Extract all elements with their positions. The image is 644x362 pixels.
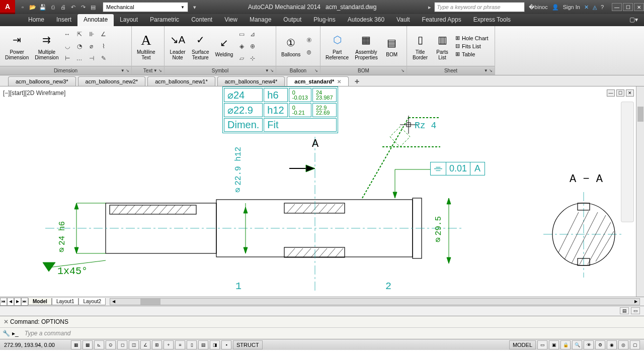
surface-texture-button[interactable]: ✓Surface Texture	[189, 31, 212, 61]
hscroll-right-icon[interactable]: ▶	[632, 299, 639, 305]
break-dim-icon[interactable]: ⊣	[86, 53, 97, 64]
tray-layer-icon[interactable]: ▤	[620, 307, 629, 314]
panel-title-text[interactable]: Text ▼ ↘	[132, 66, 164, 75]
ducs-icon[interactable]: ⊞	[152, 340, 162, 349]
tab-annotate[interactable]: Annotate	[77, 14, 114, 26]
doctab-0[interactable]: acm_balloons_new3*	[8, 76, 76, 86]
radius-dim-icon[interactable]: ◔	[74, 41, 85, 52]
power-dimension-button[interactable]: ⇥Power Dimension	[2, 31, 32, 61]
signin-label[interactable]: Sign In	[563, 4, 580, 10]
tab-view[interactable]: View	[218, 14, 244, 26]
nav-bar[interactable]	[621, 102, 634, 222]
search-dropdown-icon[interactable]: ▸	[425, 3, 434, 12]
workspace-combo[interactable]: Mechanical	[103, 2, 188, 12]
layout-layout1[interactable]: Layout1	[52, 298, 79, 305]
undo-icon[interactable]: ↶	[68, 3, 77, 12]
qview-layouts-icon[interactable]: ▭	[537, 340, 547, 349]
panel-title-symbol[interactable]: Symbol ▼ ↘	[165, 66, 276, 75]
save-icon[interactable]: 💾	[38, 3, 47, 12]
grid-icon[interactable]: ▩	[83, 340, 93, 349]
redo-icon[interactable]: ↷	[78, 3, 88, 12]
welding-button[interactable]: ↙Welding	[212, 34, 236, 58]
diameter-dim-icon[interactable]: ⌀	[86, 41, 97, 52]
isolate-icon[interactable]: ◎	[618, 340, 628, 349]
part-reference-button[interactable]: ⬡Part Reference	[323, 31, 352, 61]
doctab-3[interactable]: acm_balloons_new4*	[217, 76, 285, 86]
qp-icon[interactable]: ▤	[198, 340, 208, 349]
drawing-canvas[interactable]: [−][start][2D Wireframe] — ☐ ✕ ⌀24h60 -0…	[0, 86, 644, 297]
layer-icon[interactable]: ▤	[89, 3, 98, 12]
panel-title-sheet[interactable]: Sheet ▼ ↘	[407, 66, 495, 75]
panel-title-dimension[interactable]: Dimension ▼ ↘	[0, 66, 131, 75]
exchange-icon[interactable]: ✕	[584, 4, 589, 11]
tab-vault[interactable]: Vault	[390, 14, 416, 26]
minimize-icon[interactable]: —	[612, 3, 622, 11]
leader-note-button[interactable]: ↘ALeader Note	[167, 31, 189, 61]
title-border-button[interactable]: ▯Title Border	[409, 31, 431, 61]
new-icon[interactable]: ▫	[18, 3, 27, 12]
cmd-options-icon[interactable]: 🔧	[2, 330, 10, 337]
tpy-icon[interactable]: ▯	[187, 340, 197, 349]
otrack-icon[interactable]: ∠	[140, 340, 150, 349]
help-icon[interactable]: ?	[601, 4, 604, 10]
panel-title-balloon[interactable]: Balloon ↘	[276, 66, 320, 75]
tab-layout[interactable]: Layout	[114, 14, 144, 26]
centerline-icon[interactable]: ⊹	[247, 53, 258, 64]
doctab-close-icon[interactable]: ✕	[337, 79, 341, 84]
coordinates[interactable]: 272.99, 193.94, 0.00	[4, 342, 69, 348]
balloon-reorg-icon[interactable]: ⊚	[303, 47, 314, 58]
signin-icon[interactable]: 👤	[552, 4, 559, 11]
search-input[interactable]: Type a keyword or phrase	[434, 2, 525, 12]
qat-dropdown-icon[interactable]: ▾	[190, 3, 199, 12]
fcf-icon[interactable]: ▭	[236, 29, 247, 40]
am-icon[interactable]: ▪	[221, 340, 231, 349]
aligned-dim-icon[interactable]: ⇱	[74, 29, 85, 40]
tab-content[interactable]: Content	[185, 14, 218, 26]
hw-accel-icon[interactable]: ◉	[607, 340, 617, 349]
sc-icon[interactable]: ◨	[210, 340, 220, 349]
edge-icon[interactable]: ⊿	[247, 29, 258, 40]
taper-icon[interactable]: ▱	[236, 53, 247, 64]
plot-icon[interactable]: 🖨	[58, 3, 67, 12]
mtext-button[interactable]: AMultiline Text	[134, 31, 158, 61]
balloon-style-icon[interactable]: ⑧	[303, 35, 314, 46]
osnap-icon[interactable]: ◻	[117, 340, 127, 349]
annoauto-icon[interactable]: 👁	[584, 340, 594, 349]
continue-dim-icon[interactable]: …	[74, 53, 85, 64]
3dosnap-icon[interactable]: ◫	[129, 340, 139, 349]
qview-dwg-icon[interactable]: ▣	[549, 340, 559, 349]
assembly-props-button[interactable]: ▦Assembly Properties	[352, 31, 381, 61]
app-menu-icon[interactable]: A	[0, 0, 15, 14]
tab-home[interactable]: Home	[22, 14, 50, 26]
layout-model[interactable]: Model	[28, 298, 52, 305]
vertical-scrollbar[interactable]	[636, 86, 644, 297]
tab-a360[interactable]: Autodesk 360	[342, 14, 390, 26]
ribbon-minimize-icon[interactable]: ▢▾	[623, 14, 644, 26]
arc-dim-icon[interactable]: ◡	[62, 41, 73, 52]
annovis-icon[interactable]: 🔍	[572, 340, 582, 349]
layout-prev-icon[interactable]: ◀	[7, 298, 14, 306]
struct-toggle[interactable]: STRUCT	[233, 340, 263, 349]
table-button[interactable]: ⊞Table	[453, 50, 491, 58]
ordinate-dim-icon[interactable]: ⊢	[62, 53, 73, 64]
tray-annoscale-icon[interactable]: ▭	[631, 307, 640, 314]
target-icon[interactable]: ⊕	[247, 41, 258, 52]
open-icon[interactable]: 📂	[28, 3, 37, 12]
maximize-icon[interactable]: ☐	[623, 3, 633, 11]
close-icon[interactable]: ✕	[634, 3, 644, 11]
tab-output[interactable]: Output	[277, 14, 307, 26]
panel-title-bom[interactable]: BOM ↘	[320, 66, 407, 75]
baseline-dim-icon[interactable]: ⊪	[86, 29, 97, 40]
space-toggle[interactable]: MODEL	[509, 340, 536, 349]
dyn-icon[interactable]: +	[164, 340, 174, 349]
new-doctab-icon[interactable]: ✚	[351, 77, 363, 86]
doctab-1[interactable]: acm_balloons_new2*	[78, 76, 146, 86]
layout-next-icon[interactable]: ▶	[14, 298, 21, 306]
snap-icon[interactable]: ▦	[71, 340, 81, 349]
a360-icon[interactable]: ◬	[593, 4, 597, 11]
ortho-icon[interactable]: ⊾	[94, 340, 104, 349]
layout-first-icon[interactable]: ⏮	[0, 298, 7, 306]
hole-chart-button[interactable]: ⊞Hole Chart	[453, 34, 491, 42]
datum-icon[interactable]: ◈	[236, 41, 247, 52]
horizontal-scrollbar[interactable]: ◀ ▶	[110, 298, 640, 305]
